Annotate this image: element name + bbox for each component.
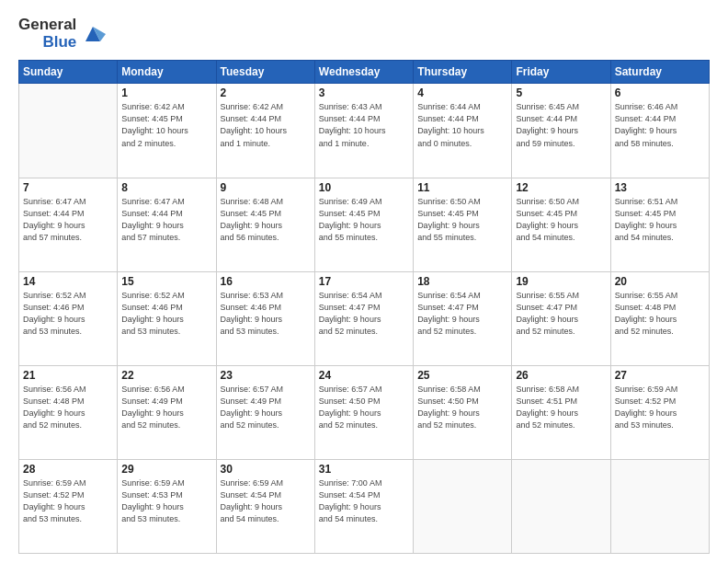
weekday-wednesday: Wednesday xyxy=(314,61,413,84)
calendar-cell: 12Sunrise: 6:50 AMSunset: 4:45 PMDayligh… xyxy=(512,178,610,271)
calendar-cell xyxy=(512,459,610,553)
calendar-cell: 8Sunrise: 6:47 AMSunset: 4:44 PMDaylight… xyxy=(118,178,216,271)
calendar-cell: 10Sunrise: 6:49 AMSunset: 4:45 PMDayligh… xyxy=(314,178,413,271)
day-info: Sunrise: 6:54 AMSunset: 4:47 PMDaylight:… xyxy=(417,290,507,338)
calendar-cell: 1Sunrise: 6:42 AMSunset: 4:45 PMDaylight… xyxy=(118,84,216,178)
day-number: 12 xyxy=(516,181,606,194)
day-number: 30 xyxy=(221,463,311,476)
day-number: 3 xyxy=(319,86,409,99)
day-number: 19 xyxy=(516,275,606,288)
calendar-cell: 9Sunrise: 6:48 AMSunset: 4:45 PMDaylight… xyxy=(216,178,314,271)
day-info: Sunrise: 6:47 AMSunset: 4:44 PMDaylight:… xyxy=(121,196,211,244)
header: General Blue xyxy=(18,17,710,51)
week-row-2: 7Sunrise: 6:47 AMSunset: 4:44 PMDaylight… xyxy=(19,178,710,271)
day-number: 18 xyxy=(417,275,507,288)
day-info: Sunrise: 6:46 AMSunset: 4:44 PMDaylight:… xyxy=(615,101,705,149)
calendar-cell: 26Sunrise: 6:58 AMSunset: 4:51 PMDayligh… xyxy=(512,365,610,459)
day-info: Sunrise: 6:43 AMSunset: 4:44 PMDaylight:… xyxy=(319,101,409,149)
day-info: Sunrise: 6:51 AMSunset: 4:45 PMDaylight:… xyxy=(615,196,705,244)
day-info: Sunrise: 6:52 AMSunset: 4:46 PMDaylight:… xyxy=(121,290,211,338)
calendar-cell: 23Sunrise: 6:57 AMSunset: 4:49 PMDayligh… xyxy=(216,365,314,459)
day-info: Sunrise: 6:59 AMSunset: 4:52 PMDaylight:… xyxy=(23,477,113,525)
day-info: Sunrise: 6:59 AMSunset: 4:53 PMDaylight:… xyxy=(121,477,211,525)
day-number: 13 xyxy=(615,181,705,194)
week-row-1: 1Sunrise: 6:42 AMSunset: 4:45 PMDaylight… xyxy=(19,84,710,178)
day-number: 29 xyxy=(121,463,211,476)
day-number: 26 xyxy=(516,369,606,382)
day-number: 20 xyxy=(615,275,705,288)
day-info: Sunrise: 6:57 AMSunset: 4:49 PMDaylight:… xyxy=(221,384,311,431)
logo-general: General xyxy=(18,17,76,34)
calendar-cell xyxy=(19,84,118,178)
day-info: Sunrise: 6:53 AMSunset: 4:46 PMDaylight:… xyxy=(221,290,311,338)
day-number: 7 xyxy=(23,181,113,194)
day-number: 10 xyxy=(319,181,409,194)
weekday-friday: Friday xyxy=(512,61,610,84)
week-row-4: 21Sunrise: 6:56 AMSunset: 4:48 PMDayligh… xyxy=(19,365,710,459)
day-number: 28 xyxy=(23,463,113,476)
weekday-saturday: Saturday xyxy=(610,61,709,84)
day-number: 23 xyxy=(221,369,311,382)
day-number: 22 xyxy=(121,369,211,382)
calendar-cell: 20Sunrise: 6:55 AMSunset: 4:48 PMDayligh… xyxy=(610,271,709,365)
day-info: Sunrise: 6:42 AMSunset: 4:45 PMDaylight:… xyxy=(121,101,211,149)
week-row-3: 14Sunrise: 6:52 AMSunset: 4:46 PMDayligh… xyxy=(19,271,710,365)
calendar-cell xyxy=(610,459,709,553)
day-number: 9 xyxy=(221,181,311,194)
day-number: 6 xyxy=(615,86,705,99)
day-number: 25 xyxy=(417,369,507,382)
calendar-cell: 13Sunrise: 6:51 AMSunset: 4:45 PMDayligh… xyxy=(610,178,709,271)
calendar-cell: 5Sunrise: 6:45 AMSunset: 4:44 PMDaylight… xyxy=(512,84,610,178)
calendar-cell: 29Sunrise: 6:59 AMSunset: 4:53 PMDayligh… xyxy=(118,459,216,553)
calendar-cell: 25Sunrise: 6:58 AMSunset: 4:50 PMDayligh… xyxy=(414,365,512,459)
day-info: Sunrise: 6:48 AMSunset: 4:45 PMDaylight:… xyxy=(221,196,311,244)
calendar-cell: 15Sunrise: 6:52 AMSunset: 4:46 PMDayligh… xyxy=(118,271,216,365)
logo: General Blue xyxy=(18,17,106,51)
day-info: Sunrise: 6:50 AMSunset: 4:45 PMDaylight:… xyxy=(516,196,606,244)
day-number: 31 xyxy=(319,463,409,476)
weekday-thursday: Thursday xyxy=(414,61,512,84)
day-number: 5 xyxy=(516,86,606,99)
day-info: Sunrise: 6:55 AMSunset: 4:47 PMDaylight:… xyxy=(516,290,606,338)
page: General Blue SundayMondayTuesdayWednesda… xyxy=(0,0,728,563)
calendar-cell: 2Sunrise: 6:42 AMSunset: 4:44 PMDaylight… xyxy=(216,84,314,178)
day-info: Sunrise: 7:00 AMSunset: 4:54 PMDaylight:… xyxy=(319,477,409,525)
calendar-cell: 21Sunrise: 6:56 AMSunset: 4:48 PMDayligh… xyxy=(19,365,118,459)
day-info: Sunrise: 6:58 AMSunset: 4:51 PMDaylight:… xyxy=(516,384,606,431)
week-row-5: 28Sunrise: 6:59 AMSunset: 4:52 PMDayligh… xyxy=(19,459,710,553)
day-number: 27 xyxy=(615,369,705,382)
day-number: 4 xyxy=(417,86,507,99)
logo-blue: Blue xyxy=(42,34,76,52)
day-info: Sunrise: 6:56 AMSunset: 4:48 PMDaylight:… xyxy=(23,384,113,431)
day-info: Sunrise: 6:59 AMSunset: 4:54 PMDaylight:… xyxy=(221,477,311,525)
calendar-cell: 17Sunrise: 6:54 AMSunset: 4:47 PMDayligh… xyxy=(314,271,413,365)
day-number: 17 xyxy=(319,275,409,288)
calendar-cell: 30Sunrise: 6:59 AMSunset: 4:54 PMDayligh… xyxy=(216,459,314,553)
day-info: Sunrise: 6:52 AMSunset: 4:46 PMDaylight:… xyxy=(23,290,113,338)
day-info: Sunrise: 6:45 AMSunset: 4:44 PMDaylight:… xyxy=(516,101,606,149)
day-info: Sunrise: 6:55 AMSunset: 4:48 PMDaylight:… xyxy=(615,290,705,338)
day-info: Sunrise: 6:49 AMSunset: 4:45 PMDaylight:… xyxy=(319,196,409,244)
calendar-cell: 31Sunrise: 7:00 AMSunset: 4:54 PMDayligh… xyxy=(314,459,413,553)
calendar-cell: 22Sunrise: 6:56 AMSunset: 4:49 PMDayligh… xyxy=(118,365,216,459)
day-number: 2 xyxy=(221,86,311,99)
weekday-tuesday: Tuesday xyxy=(216,61,314,84)
calendar-cell: 4Sunrise: 6:44 AMSunset: 4:44 PMDaylight… xyxy=(414,84,512,178)
day-info: Sunrise: 6:54 AMSunset: 4:47 PMDaylight:… xyxy=(319,290,409,338)
calendar-cell: 3Sunrise: 6:43 AMSunset: 4:44 PMDaylight… xyxy=(314,84,413,178)
day-number: 21 xyxy=(23,369,113,382)
weekday-header-row: SundayMondayTuesdayWednesdayThursdayFrid… xyxy=(19,61,710,84)
day-number: 11 xyxy=(417,181,507,194)
day-number: 24 xyxy=(319,369,409,382)
day-number: 14 xyxy=(23,275,113,288)
calendar-table: SundayMondayTuesdayWednesdayThursdayFrid… xyxy=(18,60,710,554)
calendar-cell: 27Sunrise: 6:59 AMSunset: 4:52 PMDayligh… xyxy=(610,365,709,459)
day-number: 1 xyxy=(121,86,211,99)
calendar-cell: 19Sunrise: 6:55 AMSunset: 4:47 PMDayligh… xyxy=(512,271,610,365)
day-info: Sunrise: 6:56 AMSunset: 4:49 PMDaylight:… xyxy=(121,384,211,431)
calendar-cell: 24Sunrise: 6:57 AMSunset: 4:50 PMDayligh… xyxy=(314,365,413,459)
day-info: Sunrise: 6:42 AMSunset: 4:44 PMDaylight:… xyxy=(221,101,311,149)
day-info: Sunrise: 6:59 AMSunset: 4:52 PMDaylight:… xyxy=(615,384,705,431)
day-info: Sunrise: 6:57 AMSunset: 4:50 PMDaylight:… xyxy=(319,384,409,431)
calendar-cell: 6Sunrise: 6:46 AMSunset: 4:44 PMDaylight… xyxy=(610,84,709,178)
